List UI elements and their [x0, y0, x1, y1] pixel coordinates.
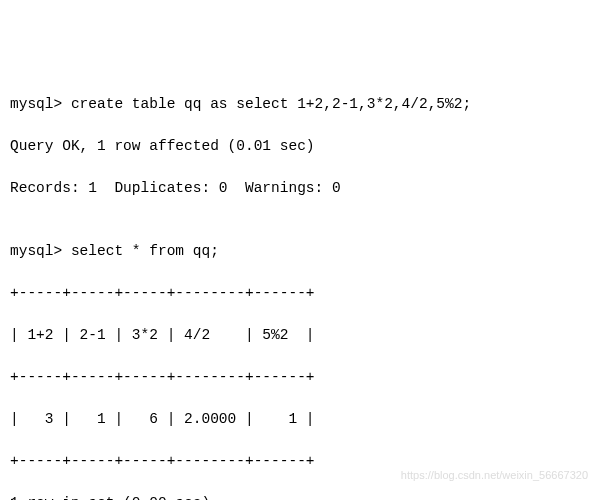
records-summary: Records: 1 Duplicates: 0 Warnings: 0	[10, 178, 598, 199]
table1-rowcount: 1 row in set (0.00 sec)	[10, 493, 598, 500]
query-ok: Query OK, 1 row affected (0.01 sec)	[10, 136, 598, 157]
table1-row: | 3 | 1 | 6 | 2.0000 | 1 |	[10, 409, 598, 430]
table1-header: | 1+2 | 2-1 | 3*2 | 4/2 | 5%2 |	[10, 325, 598, 346]
prompt-select: mysql> select * from qq;	[10, 241, 598, 262]
table1-border-mid: +-----+-----+-----+--------+------+	[10, 367, 598, 388]
watermark-text: https://blog.csdn.net/weixin_56667320	[401, 468, 588, 484]
table1-border-top: +-----+-----+-----+--------+------+	[10, 283, 598, 304]
prompt-create-table: mysql> create table qq as select 1+2,2-1…	[10, 94, 598, 115]
